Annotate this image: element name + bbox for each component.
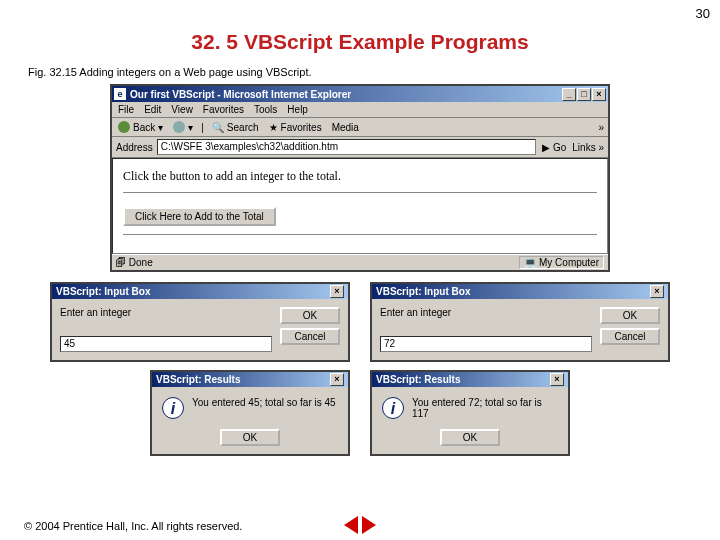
- result-text: You entered 45; total so far is 45: [192, 397, 336, 408]
- info-icon: i: [162, 397, 184, 419]
- input-dialog-right: VBScript: Input Box × Enter an integer 7…: [370, 282, 670, 362]
- status-zone-label: My Computer: [539, 257, 599, 268]
- copyright-footer: © 2004 Prentice Hall, Inc. All rights re…: [24, 520, 242, 532]
- hr-separator: [123, 234, 597, 235]
- next-slide-icon[interactable]: [362, 516, 376, 534]
- input-prompt: Enter an integer: [380, 307, 592, 318]
- menu-help[interactable]: Help: [287, 104, 308, 115]
- dialog-titlebar: VBScript: Input Box ×: [372, 284, 668, 299]
- page-body-text: Click the button to add an integer to th…: [123, 169, 597, 184]
- cancel-button[interactable]: Cancel: [280, 328, 340, 345]
- input-dialog-row: VBScript: Input Box × Enter an integer 4…: [0, 282, 720, 362]
- dialog-title-text: VBScript: Results: [376, 374, 460, 385]
- dialog-titlebar: VBScript: Results ×: [372, 372, 568, 387]
- close-button[interactable]: ×: [650, 285, 664, 298]
- ie-statusbar: 🗐 Done 💻 My Computer: [112, 254, 608, 270]
- info-icon: i: [382, 397, 404, 419]
- status-zone: 💻 My Computer: [519, 256, 604, 269]
- favorites-button[interactable]: ★Favorites: [267, 121, 324, 134]
- ok-button[interactable]: OK: [440, 429, 500, 446]
- toolbar-overflow[interactable]: »: [598, 122, 604, 133]
- input-field[interactable]: 45: [60, 336, 272, 352]
- go-label: Go: [553, 142, 566, 153]
- ok-button[interactable]: OK: [280, 307, 340, 324]
- ie-toolbar: Back ▾ ▾ | 🔍Search ★Favorites Media »: [112, 118, 608, 137]
- media-label: Media: [332, 122, 359, 133]
- add-to-total-button[interactable]: Click Here to Add to the Total: [123, 207, 276, 226]
- minimize-button[interactable]: _: [562, 88, 576, 101]
- result-dialog-left: VBScript: Results × i You entered 45; to…: [150, 370, 350, 456]
- search-label: Search: [227, 122, 259, 133]
- result-dialog-row: VBScript: Results × i You entered 45; to…: [0, 370, 720, 456]
- hr-separator: [123, 192, 597, 193]
- ie-menubar: File Edit View Favorites Tools Help: [112, 102, 608, 118]
- menu-edit[interactable]: Edit: [144, 104, 161, 115]
- back-button[interactable]: Back ▾: [116, 120, 165, 134]
- address-input[interactable]: C:\WSFE 3\examples\ch32\addition.htm: [157, 139, 536, 155]
- favorites-label: Favorites: [281, 122, 322, 133]
- ie-title-text: Our first VBScript - Microsoft Internet …: [130, 89, 351, 100]
- close-button[interactable]: ×: [330, 285, 344, 298]
- input-field[interactable]: 72: [380, 336, 592, 352]
- status-done: 🗐 Done: [116, 257, 153, 268]
- dialog-titlebar: VBScript: Results ×: [152, 372, 348, 387]
- dialog-title-text: VBScript: Input Box: [376, 286, 470, 297]
- prev-slide-icon[interactable]: [344, 516, 358, 534]
- media-button[interactable]: Media: [330, 121, 361, 134]
- menu-file[interactable]: File: [118, 104, 134, 115]
- maximize-button[interactable]: □: [577, 88, 591, 101]
- page-number: 30: [696, 6, 710, 21]
- go-button[interactable]: ▶Go: [540, 141, 568, 154]
- search-button[interactable]: 🔍Search: [210, 121, 261, 134]
- cancel-button[interactable]: Cancel: [600, 328, 660, 345]
- ie-page-content: Click the button to add an integer to th…: [112, 158, 608, 254]
- ok-button[interactable]: OK: [600, 307, 660, 324]
- result-dialog-right: VBScript: Results × i You entered 72; to…: [370, 370, 570, 456]
- menu-tools[interactable]: Tools: [254, 104, 277, 115]
- slide-nav: [344, 516, 376, 534]
- result-text: You entered 72; total so far is 117: [412, 397, 558, 419]
- dialog-title-text: VBScript: Input Box: [56, 286, 150, 297]
- toolbar-separator: |: [201, 122, 204, 133]
- back-label: Back: [133, 122, 155, 133]
- menu-favorites[interactable]: Favorites: [203, 104, 244, 115]
- ie-titlebar: e Our first VBScript - Microsoft Interne…: [112, 86, 608, 102]
- input-dialog-left: VBScript: Input Box × Enter an integer 4…: [50, 282, 350, 362]
- status-done-label: Done: [129, 257, 153, 268]
- address-bar: Address C:\WSFE 3\examples\ch32\addition…: [112, 137, 608, 158]
- address-label: Address: [116, 142, 153, 153]
- close-button[interactable]: ×: [550, 373, 564, 386]
- close-button[interactable]: ×: [592, 88, 606, 101]
- forward-button[interactable]: ▾: [171, 120, 195, 134]
- ie-icon: e: [114, 88, 126, 100]
- input-prompt: Enter an integer: [60, 307, 272, 318]
- section-heading: 32. 5 VBScript Example Programs: [0, 30, 720, 54]
- links-button[interactable]: Links »: [572, 142, 604, 153]
- back-icon: [118, 121, 130, 133]
- ok-button[interactable]: OK: [220, 429, 280, 446]
- forward-icon: [173, 121, 185, 133]
- dialog-title-text: VBScript: Results: [156, 374, 240, 385]
- menu-view[interactable]: View: [171, 104, 193, 115]
- ie-browser-window: e Our first VBScript - Microsoft Interne…: [110, 84, 610, 272]
- figure-caption: Fig. 32.15 Adding integers on a Web page…: [28, 66, 720, 78]
- dialog-titlebar: VBScript: Input Box ×: [52, 284, 348, 299]
- close-button[interactable]: ×: [330, 373, 344, 386]
